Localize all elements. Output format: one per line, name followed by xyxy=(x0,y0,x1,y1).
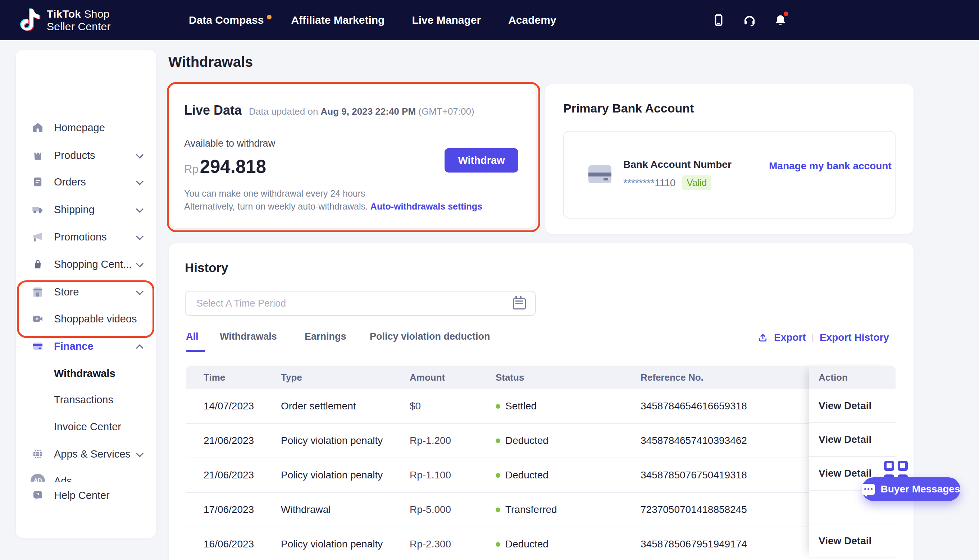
cell-reference: 3458785076750419318 xyxy=(641,469,747,481)
top-nav: TikTok Shop Seller Center Data Compass A… xyxy=(0,0,979,40)
brand-logo[interactable]: TikTok Shop Seller Center xyxy=(20,0,111,40)
chevron-down-icon xyxy=(135,178,144,186)
valid-status-badge: Valid xyxy=(682,175,712,190)
tab-withdrawals[interactable]: Withdrawals xyxy=(220,331,277,342)
sidebar-item-withdrawals[interactable]: Withdrawals xyxy=(16,360,156,387)
status-dot-icon xyxy=(496,508,500,512)
action-cell: View Detail xyxy=(809,524,895,558)
calendar-icon xyxy=(513,298,526,310)
help-question-icon: ? xyxy=(30,488,45,503)
cell-status: Transferred xyxy=(496,504,557,515)
available-amount: 294.818 xyxy=(200,156,266,177)
cell-time: 14/07/2023 xyxy=(204,400,254,412)
mobile-app-icon[interactable] xyxy=(712,13,726,27)
headset-support-icon[interactable] xyxy=(742,13,757,27)
sidebar-item-finance[interactable]: Finance xyxy=(16,332,156,360)
globe-icon xyxy=(30,447,45,462)
chevron-down-icon xyxy=(135,260,144,268)
tab-earnings[interactable]: Earnings xyxy=(305,331,346,342)
table-body: 14/07/2023Order settlement$0Settled34587… xyxy=(186,389,895,560)
sidebar-item-shipping[interactable]: Shipping xyxy=(16,196,156,223)
sidebar-item-apps-services[interactable]: Apps & Services xyxy=(16,440,156,468)
cell-type: Withdrawal xyxy=(281,504,331,515)
video-camera-icon xyxy=(30,311,45,327)
cell-amount: Rp-1.200 xyxy=(410,435,451,447)
table-row: 14/07/2023Order settlement$0Settled34587… xyxy=(186,389,895,424)
live-data-card: Live Data Data updated on Aug 9, 2023 22… xyxy=(169,84,536,228)
cell-amount: Rp-2.300 xyxy=(410,538,451,550)
cell-type: Policy violation penalty xyxy=(281,538,383,550)
withdrawal-note-1: You can make one withdrawal every 24 hou… xyxy=(184,188,366,199)
cell-status: Deducted xyxy=(496,469,548,481)
time-period-placeholder: Select A Time Period xyxy=(185,298,286,309)
tab-all[interactable]: All xyxy=(186,331,199,342)
bell-notifications-icon[interactable] xyxy=(773,13,788,27)
bank-card-title: Primary Bank Account xyxy=(563,102,694,115)
action-cell: View Detail xyxy=(809,389,895,423)
brand-text: TikTok Shop Seller Center xyxy=(47,8,111,33)
col-status: Status xyxy=(496,372,524,383)
notification-dot-icon xyxy=(267,15,272,19)
table-row: 21/06/2023Policy violation penaltyRp-1.2… xyxy=(186,424,895,458)
view-detail-link[interactable]: View Detail xyxy=(819,535,872,547)
table-row: 16/06/2023Policy violation penaltyRp-2.3… xyxy=(186,527,895,560)
buyer-messages-button[interactable]: Buyer Messages xyxy=(862,477,960,501)
export-controls: Export | Export History xyxy=(757,332,889,343)
nav-item-live-manager[interactable]: Live Manager xyxy=(412,14,481,26)
sidebar-item-products[interactable]: Products xyxy=(16,142,156,169)
action-cell: View Detail xyxy=(809,423,895,457)
nav-item-affiliate-marketing[interactable]: Affiliate Marketing xyxy=(291,14,384,26)
view-detail-link[interactable]: View Detail xyxy=(819,434,872,445)
bank-account-box: Bank Account Number ********1110 Valid M… xyxy=(563,131,895,218)
action-column: Action View DetailView DetailView Detail… xyxy=(809,365,895,558)
bank-account-label: Bank Account Number xyxy=(623,159,732,170)
nav-item-academy[interactable]: Academy xyxy=(508,14,556,26)
cell-status: Deducted xyxy=(496,538,548,550)
view-detail-link[interactable]: View Detail xyxy=(819,400,872,412)
cell-type: Order settlement xyxy=(281,400,356,412)
sidebar-item-shoppable-videos[interactable]: Shoppable videos xyxy=(16,305,156,332)
truck-icon xyxy=(30,202,45,217)
sidebar-item-help-center[interactable]: ? Help Center xyxy=(16,482,156,509)
nav-icons xyxy=(712,0,788,40)
status-dot-icon xyxy=(496,438,500,443)
auto-withdrawals-settings-link[interactable]: Auto-withdrawals settings xyxy=(371,201,482,212)
action-col-body: View DetailView DetailView DetailView De… xyxy=(809,389,895,558)
sidebar-item-store[interactable]: Store xyxy=(16,278,156,305)
chevron-down-icon xyxy=(135,288,144,296)
sidebar-item-shopping-center[interactable]: Shopping Cent... xyxy=(16,250,156,278)
sidebar-item-orders[interactable]: Orders xyxy=(16,168,156,195)
chevron-down-icon xyxy=(135,233,144,241)
sidebar-item-promotions[interactable]: Promotions xyxy=(16,223,156,250)
withdraw-button[interactable]: Withdraw xyxy=(444,148,518,173)
table-header: Time Type Amount Status Reference No. xyxy=(186,365,895,389)
cell-amount: $0 xyxy=(410,400,421,412)
home-icon xyxy=(30,120,45,135)
history-table: Time Type Amount Status Reference No. 14… xyxy=(186,365,895,560)
megaphone-icon xyxy=(30,229,45,244)
export-link[interactable]: Export xyxy=(774,332,806,343)
export-history-link[interactable]: Export History xyxy=(820,332,889,343)
chevron-down-icon xyxy=(135,151,144,160)
time-period-select[interactable]: Select A Time Period xyxy=(185,291,536,316)
handbag-icon xyxy=(30,257,45,272)
bell-red-dot-icon xyxy=(784,12,789,16)
nav-item-data-compass[interactable]: Data Compass xyxy=(189,14,264,26)
action-column-header: Action xyxy=(809,365,895,389)
cell-reference: 3458784654616659318 xyxy=(641,400,747,412)
sidebar-item-invoice-center[interactable]: Invoice Center xyxy=(16,413,156,440)
tab-policy-violation-deduction[interactable]: Policy violation deduction xyxy=(370,331,490,342)
cell-amount: Rp-1.100 xyxy=(410,469,451,481)
export-icon xyxy=(757,332,768,343)
col-time: Time xyxy=(204,372,225,383)
tiktok-note-icon xyxy=(20,8,41,32)
active-tab-underline xyxy=(186,350,205,352)
sidebar-item-homepage[interactable]: Homepage xyxy=(16,114,156,141)
view-detail-link[interactable]: View Detail xyxy=(819,468,872,479)
manage-bank-account-link[interactable]: Manage my bank account xyxy=(769,160,892,172)
sidebar-item-transactions[interactable]: Transactions xyxy=(16,386,156,413)
chevron-down-icon xyxy=(135,205,144,214)
storefront-icon xyxy=(30,284,45,299)
cell-reference: 7237050701418858245 xyxy=(641,504,747,515)
withdrawal-note-2: Alternatively, turn on weekly auto-withd… xyxy=(184,201,482,212)
